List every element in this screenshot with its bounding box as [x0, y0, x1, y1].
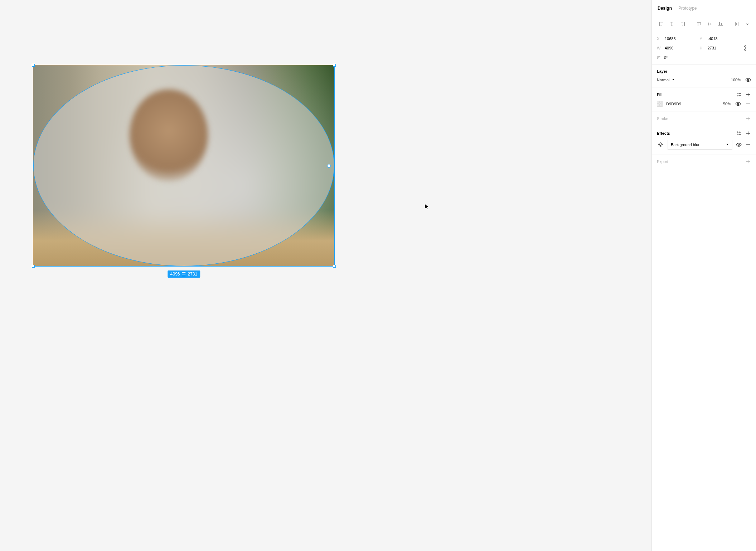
align-right-icon[interactable] [678, 20, 687, 28]
x-label: X [657, 37, 662, 41]
fill-opacity-field[interactable]: 50% [723, 102, 731, 106]
remove-fill-icon[interactable] [745, 101, 751, 107]
selection-handle-tr[interactable] [333, 64, 336, 67]
add-export-icon[interactable] [745, 159, 751, 164]
alignment-controls [652, 16, 756, 32]
more-align-icon[interactable] [743, 20, 752, 28]
selection-width: 4096 [170, 272, 180, 277]
chevron-down-icon [672, 78, 675, 82]
svg-point-0 [747, 79, 749, 81]
selection-dimensions-badge: 4096 2731 [168, 270, 200, 278]
fill-styles-icon[interactable] [736, 92, 742, 97]
design-panel: Design Prototype [651, 0, 756, 551]
fill-section: Fill D9D9D9 50% [652, 87, 756, 111]
dimensions-separator-icon [182, 272, 186, 276]
effects-title: Effects [657, 131, 670, 135]
w-value: 4096 [665, 46, 673, 50]
selection-height: 2731 [188, 272, 198, 277]
selection-handle-bl[interactable] [32, 265, 35, 268]
effect-type-value: Background blur [671, 143, 699, 147]
y-label: Y [700, 37, 705, 41]
blend-mode-select[interactable]: Normal [657, 78, 675, 82]
svg-point-1 [737, 93, 738, 94]
stroke-section: Stroke [652, 111, 756, 126]
align-vcenter-icon[interactable] [706, 20, 714, 28]
transform-section: X 10688 Y -4018 W 4096 H 2731 [652, 32, 756, 65]
effect-type-select[interactable]: Background blur [668, 140, 732, 150]
selected-frame[interactable]: 4096 2731 [33, 65, 335, 267]
fill-title: Fill [657, 92, 663, 97]
ellipse-arc-handle[interactable] [327, 164, 331, 168]
blur-ellipse-shape[interactable] [33, 65, 334, 266]
rotation-value: 0° [664, 56, 668, 60]
add-stroke-icon[interactable] [745, 116, 751, 121]
layer-section: Layer Normal 100% [652, 65, 756, 87]
constrain-proportions-icon[interactable] [742, 45, 748, 51]
width-field[interactable]: W 4096 [657, 46, 696, 50]
rotation-field[interactable]: 0° [657, 55, 751, 60]
canvas-area[interactable]: 4096 2731 [0, 0, 651, 551]
svg-point-3 [737, 95, 738, 96]
svg-point-6 [737, 132, 738, 133]
add-effect-icon[interactable] [745, 130, 751, 136]
svg-point-2 [740, 93, 741, 94]
svg-point-7 [740, 132, 741, 133]
fill-color-swatch[interactable] [657, 101, 663, 107]
svg-point-4 [740, 95, 741, 96]
w-label: W [657, 46, 662, 50]
y-value: -4018 [708, 37, 718, 41]
align-hcenter-icon[interactable] [668, 20, 676, 28]
selection-handle-br[interactable] [333, 265, 336, 268]
effect-settings-icon[interactable] [657, 141, 664, 148]
chevron-down-icon [726, 143, 729, 147]
svg-point-10 [660, 144, 661, 145]
h-value: 2731 [708, 46, 716, 50]
align-bottom-icon[interactable] [716, 20, 725, 28]
panel-tabs: Design Prototype [652, 0, 756, 16]
x-value: 10688 [665, 37, 676, 41]
align-left-icon[interactable] [657, 20, 665, 28]
export-title: Export [657, 159, 668, 164]
blend-mode-value: Normal [657, 78, 669, 82]
tab-design[interactable]: Design [658, 6, 672, 11]
align-top-icon[interactable] [695, 20, 703, 28]
svg-point-9 [740, 134, 741, 135]
distribute-icon[interactable] [732, 20, 741, 28]
layer-title: Layer [657, 69, 667, 73]
rotation-icon [657, 55, 661, 60]
effects-styles-icon[interactable] [736, 130, 742, 136]
h-label: H [700, 46, 705, 50]
eye-icon[interactable] [736, 142, 742, 148]
svg-point-8 [737, 134, 738, 135]
tab-prototype[interactable]: Prototype [678, 6, 697, 11]
remove-effect-icon[interactable] [745, 142, 751, 148]
y-field[interactable]: Y -4018 [700, 37, 739, 41]
eye-icon[interactable] [735, 101, 741, 107]
height-field[interactable]: H 2731 [700, 46, 739, 50]
svg-point-5 [737, 103, 739, 105]
svg-point-11 [738, 144, 740, 145]
fill-hex-field[interactable]: D9D9D9 [666, 102, 681, 106]
eye-icon[interactable] [745, 77, 751, 83]
export-section: Export [652, 154, 756, 169]
layer-opacity-field[interactable]: 100% [731, 78, 741, 82]
stroke-title: Stroke [657, 116, 668, 121]
x-field[interactable]: X 10688 [657, 37, 696, 41]
effects-section: Effects Background blur [652, 126, 756, 154]
add-fill-icon[interactable] [745, 92, 751, 97]
selection-handle-tl[interactable] [32, 64, 35, 67]
